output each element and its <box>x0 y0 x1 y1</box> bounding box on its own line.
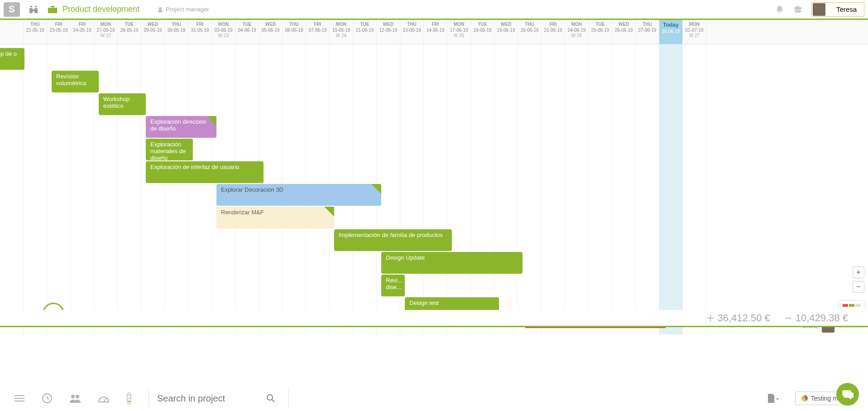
bell-icon[interactable] <box>775 5 784 14</box>
task-bar[interactable]: Implementación de familia de productos <box>334 229 452 251</box>
date-column[interactable]: FRI23-05-19 <box>47 20 71 44</box>
task-bar[interactable]: Renderizar M&F <box>216 207 334 228</box>
date-column[interactable]: FRI31-05-19 <box>188 20 212 44</box>
cpm-swatches <box>839 304 865 307</box>
svg-point-4 <box>76 395 79 398</box>
task-bar[interactable]: Revi... dise... <box>381 275 405 296</box>
task-bar[interactable]: Exploración de interfaz de usuario <box>146 161 264 183</box>
graduation-cap-icon[interactable] <box>792 5 803 14</box>
zoom-in-button[interactable]: + <box>853 266 864 278</box>
svg-rect-1 <box>785 318 791 319</box>
binoculars-icon[interactable] <box>28 5 39 14</box>
date-column[interactable]: Today28-06-19 <box>659 20 683 44</box>
user-menu[interactable]: Teresa <box>811 2 864 17</box>
date-column[interactable]: FRI24-05-19 <box>71 20 94 44</box>
traffic-light-icon[interactable] <box>126 392 132 404</box>
search-box <box>149 389 289 407</box>
date-column[interactable]: TUE28-05-19 <box>118 20 141 44</box>
svg-point-8 <box>128 401 130 402</box>
user-icon <box>158 7 163 12</box>
date-column[interactable]: MON01-07-19W 27 <box>683 20 706 44</box>
gantt-chart[interactable]: shop de oRevisión volumétricaWorkshop es… <box>0 44 868 334</box>
date-column[interactable]: THU06-06-19 <box>283 20 306 44</box>
briefcase-icon[interactable] <box>47 5 58 14</box>
search-icon <box>266 394 275 403</box>
date-column[interactable]: THU13-06-19 <box>400 20 424 44</box>
date-column[interactable] <box>0 20 24 44</box>
date-column[interactable]: MON24-06-19W 26 <box>565 20 589 44</box>
date-column[interactable]: MON10-06-19W 24 <box>330 20 353 44</box>
date-column[interactable]: WED19-06-19 <box>494 20 518 44</box>
svg-point-0 <box>159 7 162 10</box>
date-column[interactable]: THU27-06-19 <box>636 20 659 44</box>
date-column[interactable]: TUE11-06-19 <box>353 20 377 44</box>
project-title[interactable]: Product development <box>62 5 139 14</box>
date-column[interactable]: WED12-06-19 <box>377 20 400 44</box>
list-icon[interactable] <box>14 394 25 403</box>
date-column[interactable]: FRI21-06-19 <box>542 20 565 44</box>
avatar <box>813 3 825 16</box>
clock-icon[interactable] <box>42 393 53 404</box>
svg-point-9 <box>267 395 273 400</box>
date-column[interactable]: WED29-05-19 <box>141 20 165 44</box>
svg-point-3 <box>71 395 75 398</box>
search-button[interactable] <box>266 389 289 407</box>
app-logo[interactable]: S <box>4 2 20 17</box>
date-column[interactable]: THU20-06-19 <box>518 20 542 44</box>
svg-point-6 <box>128 394 130 396</box>
totals-bar: 36,412.50 € 10,429.38 € <box>0 310 868 327</box>
chat-button[interactable] <box>836 383 859 406</box>
task-bar[interactable]: Design Update <box>381 252 523 274</box>
date-column[interactable]: FRI14-06-19 <box>424 20 447 44</box>
date-column[interactable]: FRI07-06-19 <box>306 20 330 44</box>
date-column[interactable]: MON17-06-19W 25 <box>447 20 471 44</box>
task-bar[interactable]: Revisión volumétrica <box>52 71 99 92</box>
task-bar[interactable]: shop de o <box>0 48 24 70</box>
date-column[interactable]: WED26-06-19 <box>612 20 636 44</box>
zoom-out-button[interactable]: − <box>853 281 864 293</box>
task-bar[interactable]: Exploración dirección de diseño <box>146 116 216 138</box>
date-column[interactable]: THU30-05-19 <box>165 20 188 44</box>
date-column[interactable]: MON03-06-19W 23 <box>212 20 235 44</box>
date-column[interactable]: WED05-06-19 <box>259 20 283 44</box>
task-bar[interactable]: Exploración materiales de diseño <box>146 139 193 160</box>
task-bar[interactable]: Workshop estético <box>99 93 146 115</box>
date-column[interactable]: TUE18-06-19 <box>471 20 494 44</box>
zoom-controls: + − <box>853 266 865 295</box>
date-column[interactable]: TUE25-06-19 <box>589 20 612 44</box>
gauge-icon[interactable] <box>98 394 110 403</box>
total-income: 36,412.50 € <box>706 312 770 324</box>
plus-icon <box>706 314 715 323</box>
team-icon[interactable] <box>69 394 82 403</box>
date-column[interactable]: TUE04-06-19 <box>235 20 259 44</box>
timeline-header: THU22-05-19FRI23-05-19FRI24-05-19MON27-0… <box>0 20 868 44</box>
svg-point-7 <box>128 397 130 399</box>
minus-icon <box>784 314 793 323</box>
search-input[interactable] <box>149 389 266 407</box>
date-column[interactable]: MON27-05-19W 22 <box>94 20 118 44</box>
topbar: S Product development Project manager Te… <box>0 0 868 20</box>
pie-icon <box>801 395 808 402</box>
user-name: Teresa <box>836 5 857 13</box>
bottom-toolbar: Testing mode <box>0 386 868 411</box>
date-column[interactable]: THU22-05-19 <box>24 20 47 44</box>
task-bar[interactable]: Explorar Decoración 3D <box>216 184 381 206</box>
document-dropdown[interactable] <box>766 393 779 404</box>
chat-icon <box>842 389 854 400</box>
total-expense: 10,429.38 € <box>784 312 848 324</box>
project-manager-label: Project manager <box>158 6 209 13</box>
